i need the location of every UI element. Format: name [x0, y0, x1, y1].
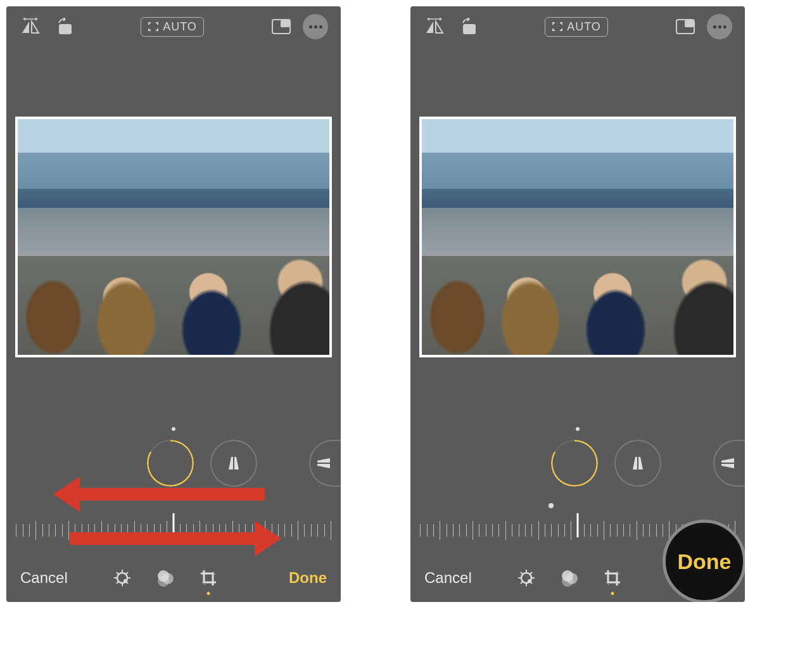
auto-label: AUTO: [163, 20, 197, 34]
svg-line-10: [117, 572, 118, 574]
filters-tab-icon[interactable]: [155, 567, 176, 589]
more-button[interactable]: [303, 14, 328, 39]
top-toolbar: AUTO: [410, 6, 745, 47]
crop-tab-icon[interactable]: [602, 567, 623, 589]
ruler-center-marker: [577, 513, 579, 537]
page-indicator-dot: [172, 427, 175, 431]
phone-left: AUTO 8: [6, 6, 341, 602]
adjust-mode-row: 8: [410, 440, 745, 490]
crop-tab-icon[interactable]: [198, 567, 219, 589]
svg-line-31: [521, 582, 523, 584]
done-highlight-label: Done: [678, 549, 732, 574]
adjust-tab-icon[interactable]: [516, 567, 537, 589]
cancel-button[interactable]: Cancel: [424, 569, 472, 587]
edit-mode-tabs: [111, 567, 219, 589]
svg-line-13: [117, 582, 118, 584]
crop-handle-bl[interactable]: [419, 341, 436, 357]
crop-handle-br[interactable]: [720, 341, 736, 357]
ruler-origin-dot: [549, 503, 554, 508]
flip-horizontal-icon[interactable]: [19, 15, 42, 38]
horizontal-perspective-dial[interactable]: [309, 440, 341, 487]
svg-rect-20: [685, 20, 694, 27]
svg-line-12: [126, 572, 128, 574]
phone-right: AUTO 8: [410, 6, 745, 602]
svg-point-17: [158, 575, 169, 587]
crop-handle-tl[interactable]: [419, 117, 436, 133]
adjust-tab-icon[interactable]: [111, 567, 133, 589]
done-button[interactable]: Done: [289, 569, 327, 587]
auto-button[interactable]: AUTO: [545, 17, 608, 37]
rotate-icon[interactable]: [52, 15, 75, 38]
crop-handle-tl[interactable]: [15, 117, 32, 133]
svg-rect-0: [59, 24, 72, 34]
photo-placeholder: [419, 117, 736, 357]
aspect-ratio-icon[interactable]: [270, 15, 293, 38]
svg-rect-18: [463, 24, 476, 34]
page-indicator-dot: [576, 427, 580, 431]
svg-line-30: [530, 572, 532, 574]
flip-horizontal-icon[interactable]: [423, 15, 446, 38]
filters-tab-icon[interactable]: [559, 567, 580, 589]
top-toolbar: AUTO: [6, 6, 341, 47]
more-button[interactable]: [707, 14, 732, 39]
crop-canvas: [6, 47, 341, 357]
svg-point-14: [124, 579, 127, 583]
cancel-button[interactable]: Cancel: [20, 569, 68, 587]
tutorial-arrow-right: [70, 532, 258, 545]
crop-handle-br[interactable]: [315, 341, 332, 357]
straighten-dial[interactable]: 8: [147, 440, 194, 487]
auto-label: AUTO: [567, 20, 601, 34]
tutorial-done-highlight: Done: [663, 520, 745, 602]
image-crop-frame[interactable]: [419, 117, 736, 357]
svg-point-35: [562, 575, 573, 587]
edit-mode-tabs: [516, 567, 623, 589]
crop-handle-tr[interactable]: [720, 117, 736, 133]
svg-point-32: [528, 579, 531, 583]
tutorial-arrow-left: [76, 488, 265, 501]
auto-button[interactable]: AUTO: [141, 17, 204, 37]
aspect-ratio-icon[interactable]: [674, 15, 697, 38]
vertical-perspective-dial[interactable]: [210, 440, 257, 487]
rotate-icon[interactable]: [456, 15, 479, 38]
straighten-value: 8: [149, 442, 192, 485]
crop-handle-bl[interactable]: [15, 341, 32, 357]
vertical-perspective-dial[interactable]: [614, 440, 661, 487]
photo-placeholder: [15, 117, 332, 357]
straighten-value: 8: [553, 442, 596, 485]
horizontal-perspective-dial[interactable]: [713, 440, 745, 487]
image-crop-frame[interactable]: [15, 117, 332, 357]
crop-canvas: [410, 47, 745, 357]
bottom-toolbar: Cancel Done: [6, 554, 341, 602]
straighten-dial[interactable]: 8: [551, 440, 598, 487]
svg-line-28: [521, 572, 523, 574]
svg-rect-2: [281, 20, 289, 27]
crop-handle-tr[interactable]: [315, 117, 332, 133]
